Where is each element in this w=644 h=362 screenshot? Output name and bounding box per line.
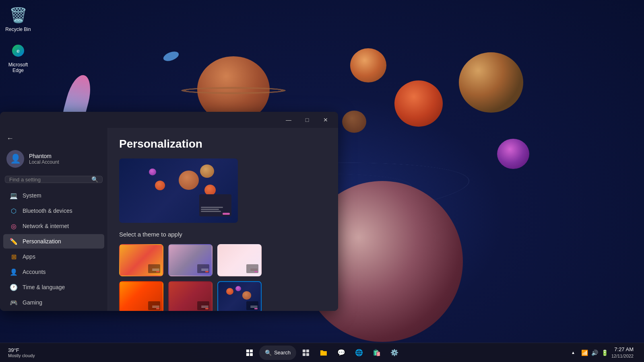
svg-text:e: e (17, 48, 20, 54)
clock-time: 7:27 AM (611, 346, 634, 353)
svg-rect-4 (246, 353, 249, 356)
theme-card-5[interactable] (168, 281, 213, 311)
network-icon-sys[interactable]: 📶 (581, 350, 588, 356)
network-icon: ◎ (10, 222, 18, 230)
taskbar-center: 🔍 Search 💬 🌐 (242, 345, 402, 361)
show-hidden-icons-button[interactable]: ▲ (568, 345, 578, 361)
sidebar-system-label: System (23, 192, 41, 199)
theme-card-1[interactable] (119, 244, 163, 276)
svg-rect-9 (306, 353, 309, 356)
theme-2-screen (197, 264, 209, 273)
sidebar-item-system[interactable]: 💻 System (3, 188, 104, 203)
window-body: ← 👤 Phantom Local Account 🔍 💻 Syst (0, 128, 338, 311)
theme-5-screen (197, 301, 209, 310)
settings-search-input[interactable] (9, 177, 91, 183)
store-button[interactable]: 🛍️ (369, 345, 385, 361)
svg-rect-2 (246, 350, 249, 352)
sidebar-item-apps[interactable]: ⊞ Apps (3, 249, 104, 264)
sidebar-item-accounts[interactable]: 👤 Accounts (3, 265, 104, 279)
clock[interactable]: 7:27 AM 12/11/2022 (611, 346, 634, 359)
system-icon: 💻 (10, 191, 18, 200)
weather-temp: 39°F (8, 347, 19, 353)
sidebar-item-personalization[interactable]: ✏️ Personalization (3, 234, 104, 249)
theme-3-screen (246, 264, 258, 273)
edge-label: Microsoft Edge (4, 62, 33, 73)
time-icon: 🕐 (10, 283, 18, 291)
teams-button[interactable]: 💬 (333, 345, 349, 361)
theme-card-4[interactable] (119, 281, 163, 311)
ufo (162, 50, 180, 63)
taskbar-search[interactable]: 🔍 Search (259, 346, 296, 360)
close-button[interactable]: ✕ (316, 114, 335, 126)
theme-preview-inner (119, 158, 238, 223)
search-icon: 🔍 (91, 176, 98, 183)
svg-rect-8 (303, 353, 305, 356)
clock-date: 12/11/2022 (611, 353, 634, 359)
show-desktop-button[interactable] (637, 345, 639, 361)
maximize-button[interactable]: □ (298, 114, 316, 126)
main-content: Personalization (108, 128, 338, 311)
taskbar-left: 39°F Mostly cloudy (5, 346, 38, 360)
taskbar-right: ▲ 📶 🔊 🔋 7:27 AM 12/11/2022 (568, 345, 639, 361)
sidebar-accounts-label: Accounts (23, 269, 46, 275)
volume-icon[interactable]: 🔊 (591, 350, 598, 356)
bluetooth-icon: ⬡ (10, 207, 18, 215)
planet-small-orange (350, 48, 386, 82)
settings-search-box[interactable]: 🔍 (5, 176, 103, 183)
sidebar-gaming-label: Gaming (23, 299, 42, 306)
edge-image: e (8, 41, 28, 60)
back-button[interactable]: ← (0, 131, 107, 146)
select-theme-label: Select a theme to apply (119, 231, 327, 238)
theme-4-screen (148, 301, 160, 310)
apps-icon: ⊞ (10, 253, 18, 261)
theme-1-screen (148, 264, 160, 273)
sidebar-time-label: Time & language (23, 284, 65, 290)
title-bar: — □ ✕ (0, 112, 338, 128)
theme-card-3[interactable] (217, 244, 262, 276)
svg-rect-6 (303, 350, 305, 352)
user-account-type: Local Account (29, 159, 59, 165)
sidebar-item-time[interactable]: 🕐 Time & language (3, 280, 104, 294)
recycle-bin-icon[interactable]: 🗑️ Recycle Bin (2, 4, 34, 34)
page-title: Personalization (119, 138, 327, 150)
personalization-icon: ✏️ (10, 237, 18, 245)
battery-icon[interactable]: 🔋 (601, 350, 608, 356)
planet-purple (497, 139, 529, 169)
user-name: Phantom (29, 153, 59, 159)
start-button[interactable] (242, 345, 258, 361)
theme-6-screen (246, 301, 258, 310)
desktop: 🗑️ Recycle Bin e Microsoft Edge — □ ✕ (0, 0, 644, 362)
user-info[interactable]: 👤 Phantom Local Account (0, 146, 107, 174)
gaming-icon: 🎮 (10, 298, 18, 306)
weather-widget[interactable]: 39°F Mostly cloudy (5, 346, 38, 360)
sidebar-item-bluetooth[interactable]: ⬡ Bluetooth & devices (3, 204, 104, 218)
svg-rect-7 (306, 350, 309, 352)
planet-red (394, 80, 443, 127)
minimize-button[interactable]: — (279, 114, 298, 126)
user-text: Phantom Local Account (29, 153, 59, 165)
accounts-icon: 👤 (10, 268, 18, 276)
sidebar-network-label: Network & internet (23, 223, 69, 229)
sidebar-personalization-label: Personalization (23, 238, 61, 245)
sidebar-item-gaming[interactable]: 🎮 Gaming (3, 295, 104, 310)
svg-rect-3 (250, 350, 253, 352)
sidebar-item-accessibility[interactable]: ✦ Accessibility (3, 311, 104, 311)
taskbar-search-label: Search (274, 350, 291, 356)
microsoft-edge-icon[interactable]: e Microsoft Edge (2, 39, 34, 75)
sidebar: ← 👤 Phantom Local Account 🔍 💻 Syst (0, 128, 108, 311)
taskbar: 39°F Mostly cloudy 🔍 Search (0, 343, 644, 362)
theme-preview (119, 158, 238, 223)
settings-button[interactable]: ⚙️ (386, 345, 402, 361)
taskbar-search-icon: 🔍 (265, 350, 272, 356)
sidebar-item-network[interactable]: ◎ Network & internet (3, 219, 104, 233)
user-avatar: 👤 (6, 150, 24, 168)
weather-condition: Mostly cloudy (8, 353, 35, 358)
theme-card-6[interactable] (217, 281, 262, 311)
edge-taskbar-button[interactable]: 🌐 (351, 345, 367, 361)
svg-rect-5 (250, 353, 253, 356)
task-view-button[interactable] (298, 345, 314, 361)
settings-window: — □ ✕ ← 👤 Phantom Local Account (0, 112, 338, 311)
theme-card-2[interactable] (168, 244, 213, 276)
file-explorer-button[interactable] (316, 345, 332, 361)
sidebar-bluetooth-label: Bluetooth & devices (23, 208, 72, 214)
